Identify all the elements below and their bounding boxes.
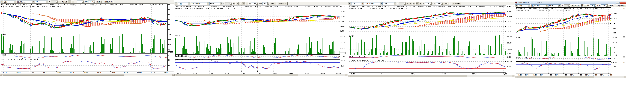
period-button-2[interactable]: 月 (577, 4, 580, 7)
horizontal-scrollbar[interactable]: ◄► (515, 76, 626, 78)
contract-select[interactable]: 12/06▼ (548, 4, 561, 7)
period-button-0[interactable]: 日 (571, 4, 574, 7)
tick-interval-spinner[interactable]: 1 (225, 2, 232, 5)
close-button[interactable]: ✕ (620, 1, 626, 4)
contract-select[interactable]: 12/06▼ (35, 0, 48, 3)
tick-interval-spinner[interactable]: 1 (564, 4, 570, 7)
minute-spinner[interactable]: 15 (251, 2, 258, 5)
multi-symbol-button[interactable]: 複数銘柄 (278, 2, 288, 5)
count-spinner[interactable]: 500 (262, 2, 269, 5)
count-spinner[interactable]: 500 (436, 2, 443, 5)
scroll-right-button[interactable]: ► (512, 75, 514, 77)
category-select-value: 先物 (352, 2, 362, 5)
scroll-left-button[interactable]: ◄ (348, 75, 350, 77)
period-button-4[interactable]: T (71, 0, 74, 3)
scale-dropdown-button[interactable]: ▼ (622, 57, 625, 58)
spinner-buttons-icon[interactable] (430, 2, 432, 5)
symbol-select[interactable]: 日経225mini▼ (364, 2, 382, 5)
spinner-buttons-icon[interactable] (56, 0, 58, 3)
minute-spinner[interactable]: 60 (590, 4, 596, 7)
minute-spinner[interactable]: 5 (77, 0, 84, 3)
spinner-buttons-icon[interactable] (256, 2, 258, 5)
help-button[interactable]: ? (616, 1, 620, 4)
apply-button[interactable]: 適用 (443, 2, 449, 5)
count-spinner[interactable]: 500 (88, 0, 95, 3)
period-button-0[interactable]: 日 (232, 2, 235, 5)
spinner-buttons-icon[interactable] (568, 4, 570, 7)
horizontal-scrollbar[interactable]: ◄► (348, 75, 514, 77)
scale-dropdown-button[interactable]: ▼ (622, 36, 625, 38)
apply-button[interactable]: 適用 (96, 0, 102, 3)
scroll-left-button[interactable]: ◄ (174, 74, 177, 76)
category-select[interactable]: 先物▼ (178, 2, 190, 5)
scrollbar-thumb[interactable] (517, 76, 594, 78)
chart-canvas[interactable] (348, 5, 506, 73)
spinner-buttons-icon[interactable] (230, 2, 232, 5)
horizontal-scrollbar[interactable]: ◄► (174, 74, 348, 76)
bar-type-label: 足 (397, 2, 398, 5)
scroll-right-button[interactable]: ► (345, 74, 348, 76)
period-button-1[interactable]: 週 (62, 0, 64, 3)
period-button-0[interactable]: 日 (406, 2, 409, 5)
scroll-right-button[interactable]: ► (624, 76, 626, 78)
symbol-select[interactable]: 日経225mini▼ (191, 2, 209, 5)
chart-canvas[interactable] (175, 5, 340, 72)
tick-interval-spinner[interactable]: 1 (399, 2, 406, 5)
spinner-buttons-icon[interactable] (594, 4, 596, 7)
scrollbar-thumb[interactable] (177, 74, 298, 76)
period-button-2[interactable]: 月 (412, 2, 416, 5)
multi-symbol-button[interactable]: 複数銘柄 (452, 2, 461, 5)
chart-menu-dropdown-button[interactable]: ▼ (175, 2, 178, 5)
horizontal-scrollbar[interactable]: ◄► (0, 73, 174, 76)
scroll-right-button[interactable]: ► (172, 74, 174, 76)
window-titlebar[interactable]: [5130] 指数先物/オプションチャート?✕ (515, 1, 626, 4)
chart-canvas[interactable] (516, 7, 611, 74)
spinner-buttons-icon[interactable] (82, 0, 84, 3)
category-select[interactable]: 先物▼ (518, 4, 530, 7)
scale-dropdown-button[interactable]: ▼ (622, 62, 625, 63)
period-button-4[interactable]: T (419, 2, 422, 5)
chart-menu-dropdown-button[interactable]: ▼ (0, 0, 3, 3)
spinner-buttons-icon[interactable] (268, 2, 269, 5)
macd-pane-label: MACD( 12, 26, 9 ) (175, 55, 192, 57)
period-button-3[interactable]: 分 (242, 2, 245, 5)
tick-interval-spinner[interactable]: 1 (51, 0, 58, 3)
spinner-buttons-icon[interactable] (404, 2, 406, 5)
count-value: 500 (88, 0, 93, 3)
period-button-2[interactable]: 月 (65, 0, 68, 3)
contract-select[interactable]: 12/06▼ (210, 2, 222, 5)
scroll-left-button[interactable]: ◄ (0, 74, 2, 76)
category-select[interactable]: 先物▼ (351, 2, 364, 5)
period-button-3[interactable]: 分 (580, 4, 584, 7)
spinner-buttons-icon[interactable] (93, 0, 95, 3)
period-button-1[interactable]: 週 (574, 4, 577, 7)
scale-dropdown-button[interactable]: ▼ (622, 8, 625, 9)
period-button-1[interactable]: 週 (236, 2, 239, 5)
scrollbar-thumb[interactable] (2, 74, 124, 76)
period-button-2[interactable]: 月 (239, 2, 242, 5)
period-button-0[interactable]: 日 (58, 0, 61, 3)
chart-canvas[interactable] (1, 3, 168, 71)
period-button-4[interactable]: T (246, 2, 248, 5)
multi-symbol-button[interactable]: 複数銘柄 (104, 0, 114, 3)
multi-symbol-button[interactable]: 複数銘柄 (616, 4, 626, 7)
contract-select[interactable]: 12/06▼ (383, 2, 396, 5)
period-button-1[interactable]: 週 (409, 2, 412, 5)
apply-button[interactable]: 適用 (608, 4, 614, 7)
period-button-3[interactable]: 分 (416, 2, 419, 5)
scroll-left-button[interactable]: ◄ (515, 76, 517, 78)
period-button-4[interactable]: T (584, 4, 587, 7)
tick-interval-value: 1 (399, 2, 404, 5)
category-select[interactable]: 先物▼ (4, 0, 16, 3)
apply-button[interactable]: 適用 (270, 2, 276, 5)
spinner-buttons-icon[interactable] (606, 4, 608, 7)
period-button-3[interactable]: 分 (68, 0, 71, 3)
symbol-select[interactable]: 日経225mini▼ (16, 0, 35, 3)
symbol-select[interactable]: 日経225mini▼ (530, 4, 548, 7)
count-spinner[interactable]: 500 (601, 4, 608, 7)
chart-menu-dropdown-button[interactable]: ▼ (348, 2, 351, 5)
spinner-buttons-icon[interactable] (441, 2, 443, 5)
chart-menu-dropdown-button[interactable]: ▼ (515, 4, 518, 7)
scrollbar-thumb[interactable] (350, 75, 467, 77)
minute-spinner[interactable]: 30 (425, 2, 432, 5)
